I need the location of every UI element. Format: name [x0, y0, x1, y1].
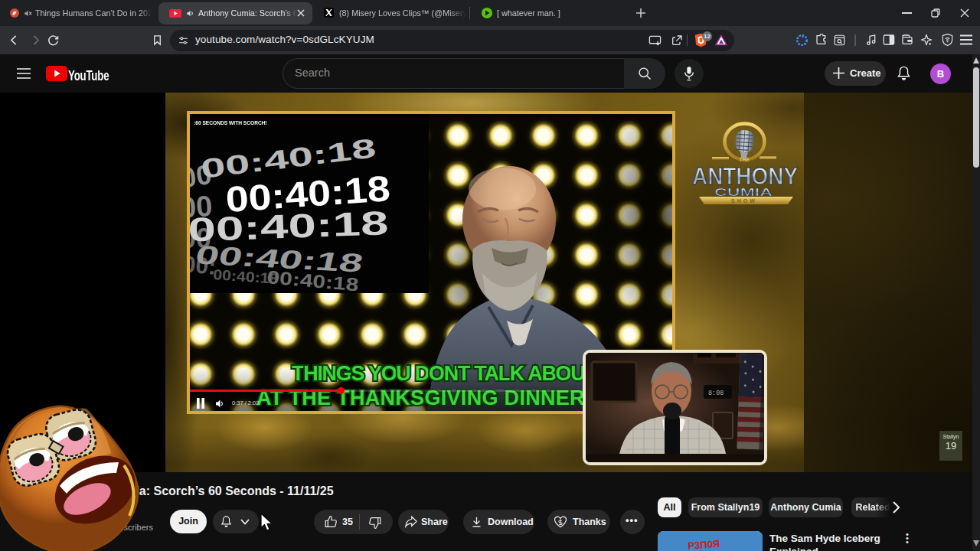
svg-text:P3П0Я: P3П0Я	[688, 538, 720, 551]
svg-text:8:08: 8:08	[708, 390, 724, 397]
svg-text:THINGS YOU DONT TALK ABOUT: THINGS YOU DONT TALK ABOUT	[292, 362, 598, 385]
svg-text:CUMIA: CUMIA	[714, 185, 773, 198]
svg-text:SHOW: SHOW	[731, 198, 757, 204]
svg-text:THE: THE	[740, 157, 750, 162]
